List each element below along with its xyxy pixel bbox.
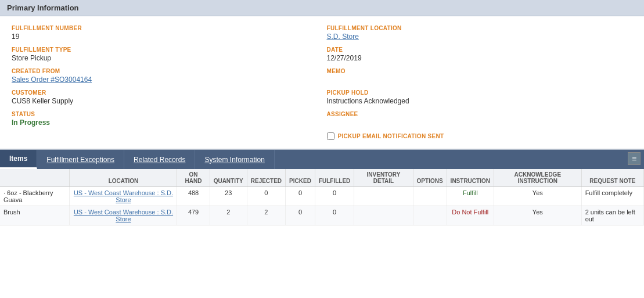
cell-rejected: 2	[247, 206, 285, 225]
col-acknowledge-instruction: Acknowledge Instruction	[494, 169, 581, 187]
col-fulfilled: Fulfilled	[315, 169, 354, 187]
cell-options	[413, 187, 447, 206]
col-on-hand: On Hand	[177, 169, 210, 187]
created-from-field: CREATED FROM Sales Order #SO3004164	[7, 65, 322, 87]
tab-system-information[interactable]: System Information	[195, 150, 274, 169]
primary-info-body: FULFILLMENT NUMBER 19 FULFILLMENT LOCATI…	[0, 16, 644, 150]
cell-options	[413, 206, 447, 225]
cell-request-note: Fulfill completely	[581, 187, 643, 206]
col-quantity: Quantity	[210, 169, 247, 187]
primary-info-header: Primary Information	[0, 0, 644, 16]
col-picked: Picked	[286, 169, 315, 187]
empty-left	[7, 130, 322, 143]
tab-spacer	[275, 150, 624, 169]
tab-related-records[interactable]: Related Records	[124, 150, 195, 169]
cell-rejected: 0	[247, 187, 285, 206]
table-row: · 6oz - Blackberry Guava US - West Coast…	[0, 187, 644, 206]
items-tbody: · 6oz - Blackberry Guava US - West Coast…	[0, 187, 644, 225]
fulfillment-type-field: FULFILLMENT TYPE Store Pickup	[7, 44, 322, 65]
cell-on-hand: 479	[177, 206, 210, 225]
col-rejected: Rejected	[247, 169, 285, 187]
items-table-wrapper: Location On Hand Quantity Rejected Picke…	[0, 169, 644, 225]
cell-inventory-detail	[354, 206, 413, 225]
cell-instruction: Fulfill	[447, 187, 494, 206]
col-options: Options	[413, 169, 447, 187]
memo-field: MEMO	[322, 65, 638, 87]
cell-item: Brush	[0, 206, 70, 225]
items-table: Location On Hand Quantity Rejected Picke…	[0, 169, 644, 225]
cell-acknowledge-instruction: Yes	[494, 206, 581, 225]
cell-picked: 0	[286, 187, 315, 206]
col-instruction: Instruction	[447, 169, 494, 187]
tabs-bar: Items Fulfillment Exceptions Related Rec…	[0, 150, 644, 169]
pickup-hold-field: PICKUP HOLD Instructions Acknowledged	[322, 87, 638, 108]
cell-instruction: Do Not Fulfill	[447, 206, 494, 225]
cell-fulfilled: 0	[315, 187, 354, 206]
tab-fulfillment-exceptions[interactable]: Fulfillment Exceptions	[37, 150, 124, 169]
table-header-row: Location On Hand Quantity Rejected Picke…	[0, 169, 644, 187]
cell-fulfilled: 0	[315, 206, 354, 225]
cell-quantity: 2	[210, 206, 247, 225]
tab-items[interactable]: Items	[0, 150, 37, 169]
cell-item: · 6oz - Blackberry Guava	[0, 187, 70, 206]
cell-acknowledge-instruction: Yes	[494, 187, 581, 206]
cell-location: US - West Coast Warehouse : S.D. Store	[70, 206, 177, 225]
pickup-email-checkbox-row: PICKUP EMAIL NOTIFICATION SENT	[322, 130, 638, 143]
status-field: STATUS In Progress	[7, 108, 322, 130]
pickup-email-checkbox[interactable]	[327, 132, 334, 140]
cell-on-hand: 488	[177, 187, 210, 206]
fulfillment-number-field: FULFILLMENT NUMBER 19	[7, 22, 322, 44]
table-row: Brush US - West Coast Warehouse : S.D. S…	[0, 206, 644, 225]
cell-quantity: 23	[210, 187, 247, 206]
cell-inventory-detail	[354, 187, 413, 206]
col-inventory-detail: Inventory Detail	[354, 169, 413, 187]
collapse-icon[interactable]: ≡	[628, 152, 641, 165]
date-field: DATE 12/27/2019	[322, 44, 638, 65]
col-item	[0, 169, 70, 187]
col-request-note: Request Note	[581, 169, 643, 187]
cell-picked: 0	[286, 206, 315, 225]
customer-field: CUSTOMER CUS8 Keller Supply	[7, 87, 322, 108]
fulfillment-location-field: FULFILLMENT LOCATION S.D. Store	[322, 22, 638, 44]
cell-request-note: 2 units can be left out	[581, 206, 643, 225]
assignee-field: ASSIGNEE	[322, 108, 638, 130]
cell-location: US - West Coast Warehouse : S.D. Store	[70, 187, 177, 206]
col-location: Location	[70, 169, 177, 187]
